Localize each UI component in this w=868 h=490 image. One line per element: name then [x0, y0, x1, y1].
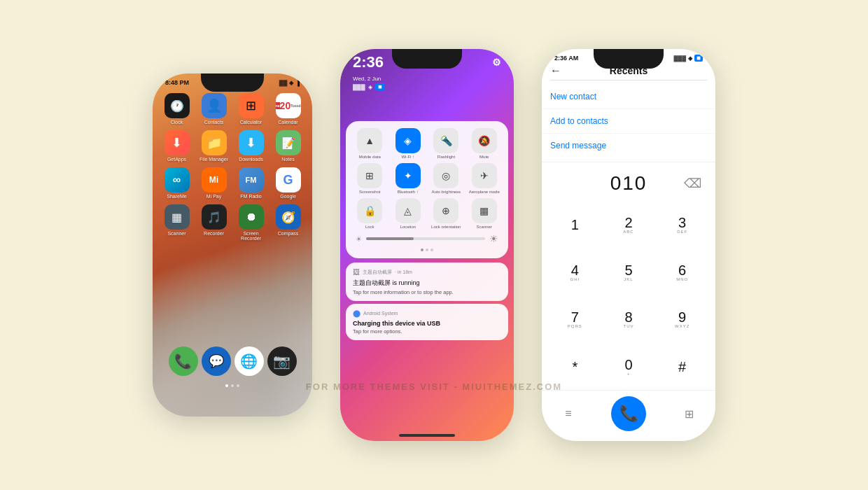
key-3[interactable]: 3 DEF	[656, 202, 708, 248]
app-recorder[interactable]: 🎵 Recorder	[198, 204, 230, 241]
app-contacts[interactable]: 👤 Contacts	[198, 93, 230, 125]
notif-time-1: · in 18m	[395, 270, 412, 274]
home-screen-bg: 8:48 PM ▓▓ ◈ ▐ 🕐 Clock 👤 Contacts ⊞ Calc…	[153, 74, 312, 416]
cc-mute[interactable]: 🔕 Mute	[468, 128, 502, 159]
phone-home-screen: 8:48 PM ▓▓ ◈ ▐ 🕐 Clock 👤 Contacts ⊞ Calc…	[153, 74, 312, 416]
cc-time: 2:36	[353, 53, 384, 71]
cc-lock-orient[interactable]: ⊕ Lock orientation	[429, 198, 463, 229]
notch-3	[594, 49, 664, 69]
brightness-fill	[366, 237, 414, 240]
notif-body-1: Tap for more information or to stop the …	[353, 289, 501, 295]
app-mipay[interactable]: Mi Mi Pay	[198, 167, 230, 199]
app-shareme[interactable]: ∞ ShareMe	[161, 167, 192, 199]
back-button[interactable]: ←	[550, 64, 561, 77]
cc-airplane[interactable]: ✈ Aeroplane mode	[468, 163, 502, 194]
dock: 📞 💬 🌐 📷	[153, 341, 312, 382]
app-calendar[interactable]: June 20 Tuesday Calendar	[272, 93, 304, 125]
notif-card-1[interactable]: 🖼 主题自动截屏 · in 18m 主题自动截屏 is running Tap …	[346, 262, 508, 301]
cc-lock[interactable]: 🔒 Lock	[353, 198, 387, 229]
new-contact-option[interactable]: New contact	[542, 85, 715, 109]
dock-chrome[interactable]: 🌐	[234, 346, 264, 376]
notch-2	[392, 49, 462, 69]
key-2[interactable]: 2 ABC	[603, 202, 655, 248]
status-time: 8:48 PM	[165, 79, 189, 86]
cc-page-dots	[353, 248, 501, 251]
cc-mobile-data[interactable]: ▲ Mobile data	[353, 128, 387, 159]
cc-screenshot[interactable]: ⊞ Screenshot	[353, 163, 387, 194]
notif-card-2[interactable]: ⬤ Android System Charging this device vi…	[346, 304, 508, 340]
recents-options: New contact Add to contacts Send message	[542, 80, 715, 162]
key-9[interactable]: 9 WXYZ	[656, 297, 708, 343]
notif-title-2: Charging this device via USB	[353, 320, 501, 327]
backspace-button[interactable]: ⌫	[684, 176, 701, 191]
cc-wifi[interactable]: ◈ Wi-Fi ↑	[391, 128, 426, 159]
keypad-icon[interactable]: ⊞	[676, 401, 701, 426]
app-scanner[interactable]: ▦ Scanner	[161, 204, 192, 241]
app-filemanager[interactable]: 📁 File Manager	[198, 130, 230, 162]
app-calculator[interactable]: ⊞ Calculator	[235, 93, 267, 125]
notif-app-name-2: Android System	[363, 311, 398, 316]
key-0[interactable]: 0 +	[603, 344, 655, 390]
status-icons: ▓▓ ◈ ▐	[279, 80, 300, 86]
dock-messages[interactable]: 💬	[202, 346, 231, 376]
key-5[interactable]: 5 JKL	[603, 249, 655, 295]
call-button[interactable]: 📞	[611, 396, 646, 431]
app-downloads[interactable]: ⬇ Downloads	[235, 130, 267, 162]
key-1[interactable]: 1	[549, 202, 601, 248]
control-center-panel: ▲ Mobile data ◈ Wi-Fi ↑ 🔦 Flashlight 🔕 M…	[346, 121, 508, 258]
app-fmradio[interactable]: FM FM Radio	[235, 167, 267, 199]
add-to-contacts-option[interactable]: Add to contacts	[542, 109, 715, 134]
key-4[interactable]: 4 GHI	[549, 249, 601, 295]
cc-gear[interactable]: ⚙	[492, 57, 501, 68]
send-message-option[interactable]: Send message	[542, 134, 715, 158]
cc-brightness[interactable]: ◎ Auto brightness	[429, 163, 463, 194]
brightness-row: ☀ ☀	[353, 233, 501, 244]
phone-dialer: 2:36 AM ▓▓▓ ◈ ◼ ← Recents New contact Ad…	[542, 49, 715, 441]
key-hash[interactable]: #	[656, 344, 708, 390]
home-indicator	[399, 434, 455, 437]
dialed-number: 010	[610, 172, 648, 195]
brightness-high-icon: ☀	[489, 233, 498, 244]
dialer-bottom-bar: ≡ 📞 ⊞	[542, 390, 715, 441]
cc-flashlight[interactable]: 🔦 Flashlight	[429, 128, 463, 159]
app-google[interactable]: G Google	[272, 167, 304, 199]
app-getapps[interactable]: ⬇ GetApps	[161, 130, 192, 162]
dot-2	[231, 384, 234, 387]
notif-title-1: 主题自动截屏 is running	[353, 279, 501, 288]
app-screenrecorder[interactable]: ⏺ Screen Recorder	[235, 204, 267, 241]
dot-3	[237, 384, 239, 387]
cc-signal: ▓▓▓◈ ◼	[340, 82, 514, 90]
page-dots	[225, 384, 239, 387]
app-grid: 🕐 Clock 👤 Contacts ⊞ Calculator June 20 …	[153, 89, 312, 245]
notif-app-name-1: 主题自动截屏	[363, 269, 392, 276]
brightness-slider[interactable]	[366, 237, 485, 240]
app-clock[interactable]: 🕐 Clock	[161, 93, 192, 125]
number-display: 010 ⌫	[542, 162, 715, 202]
cc-scanner[interactable]: ▦ Scanner	[468, 198, 502, 229]
watermark: FOR MORE THEMES VISIT - MIUITHEMEZ.COM	[306, 382, 562, 392]
brightness-low-icon: ☀	[356, 235, 362, 243]
app-notes[interactable]: 📝 Notes	[272, 130, 304, 162]
cc-location[interactable]: ◬ Location	[391, 198, 426, 229]
notif-header-1: 🖼 主题自动截屏 · in 18m	[353, 268, 501, 276]
key-6[interactable]: 6 MNO	[656, 249, 708, 295]
dialer-screen: 2:36 AM ▓▓▓ ◈ ◼ ← Recents New contact Ad…	[542, 49, 715, 441]
key-7[interactable]: 7 PQRS	[549, 297, 601, 343]
cc-tiles-grid: ▲ Mobile data ◈ Wi-Fi ↑ 🔦 Flashlight 🔕 M…	[353, 128, 501, 229]
cc-date: Wed, 2 Jun	[340, 74, 514, 82]
notif-header-2: ⬤ Android System	[353, 309, 501, 317]
app-compass[interactable]: 🧭 Compass	[272, 204, 304, 241]
keypad: 1 2 ABC 3 DEF 4 GHI 5 JKL 6 MNO	[542, 202, 715, 390]
menu-icon[interactable]: ≡	[556, 401, 581, 426]
dialer-time: 2:36 AM	[554, 55, 578, 62]
dot-1	[225, 384, 228, 387]
dock-phone[interactable]: 📞	[169, 346, 198, 376]
key-8[interactable]: 8 TUV	[603, 297, 655, 343]
notif-body-2: Tap for more options.	[353, 328, 501, 335]
dock-camera[interactable]: 📷	[267, 346, 297, 376]
cc-bluetooth[interactable]: ✦ Bluetooth ↑	[391, 163, 426, 194]
notch	[201, 74, 264, 92]
